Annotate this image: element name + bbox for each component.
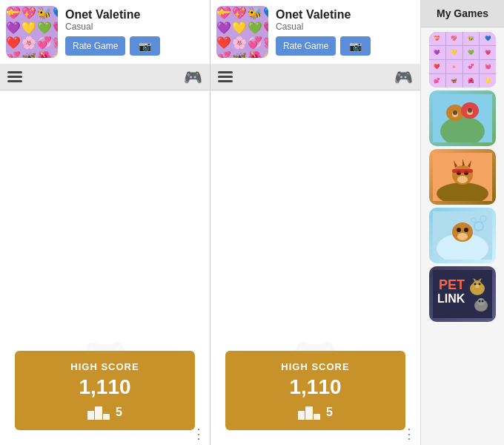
svg-point-38 [477,298,485,306]
svg-point-11 [457,176,468,183]
svg-point-33 [479,283,481,286]
svg-point-23 [464,228,468,232]
svg-point-40 [482,300,484,303]
game-content-left: 🎮 HIGH SCORE 1,110 5 ⋮ [0,90,210,445]
sidebar-game-monkey2[interactable] [429,149,496,205]
hamburger-icon-left[interactable] [7,71,22,82]
sidebar-game-monkey1[interactable] [429,90,496,146]
score-panel-right: HIGH SCORE 1,110 5 [225,351,405,430]
game-header-left: 💝💖🐝💙💜💛💚💗❤️🌸💞💓💕🦋🌺🌟 Onet Valetine Casual R… [0,0,210,64]
high-score-label-left: HIGH SCORE [25,361,185,372]
rank-row-left: 5 [25,405,185,420]
sidebar: My Games 💝💖🐝💙💜💛💚💗❤️🌸💞💓💕🦋🌺🌟 [420,0,504,445]
game-icon-left[interactable]: 💝💖🐝💙💜💛💚💗❤️🌸💞💓💕🦋🌺🌟 [6,6,58,58]
game-header-right: 💝💖🐝💙💜💛💚💗❤️🌸💞💓💕🦋🌺🌟 Onet Valetine Casual R… [210,0,420,64]
svg-rect-17 [452,169,473,173]
gamepad-icon-left[interactable]: 🎮 [184,68,202,86]
rank-value-left: 5 [116,406,122,419]
monkey2-thumb [429,149,496,205]
svg-text:LINK: LINK [437,292,465,305]
svg-point-34 [475,285,480,288]
toolbar-right: 🎮 [210,64,420,90]
podium-icon-right [298,405,320,420]
game-genre-right: Casual [276,22,414,32]
sidebar-game-petlink[interactable]: PET LINK [429,266,496,322]
game-buttons-left: Rate Game 📷 [65,36,204,56]
game-panel-left: 💝💖🐝💙💜💛💚💗❤️🌸💞💓💕🦋🌺🌟 Onet Valetine Casual R… [0,0,210,445]
score-panel-left: HIGH SCORE 1,110 5 [15,351,195,430]
sidebar-game-onet[interactable]: 💝💖🐝💙💜💛💚💗❤️🌸💞💓💕🦋🌺🌟 [429,32,496,88]
toolbar-left: 🎮 [0,64,210,90]
game-title-right: Onet Valetine [276,8,414,22]
game-genre-left: Casual [65,22,204,32]
main-area: 💝💖🐝💙💜💛💚💗❤️🌸💞💓💕🦋🌺🌟 Onet Valetine Casual R… [0,0,420,445]
monkey3-thumb [429,208,496,263]
game-content-right: 🎮 HIGH SCORE 1,110 5 ⋮ [210,90,420,445]
three-dots-left[interactable]: ⋮ [192,426,205,442]
rank-row-right: 5 [236,405,395,420]
svg-point-22 [457,228,461,232]
high-score-value-left: 1,110 [25,375,185,399]
screenshot-button-right[interactable]: 📷 [340,36,371,56]
game-icon-right[interactable]: 💝💖🐝💙💜💛💚💗❤️🌸💞💓💕🦋🌺🌟 [216,6,268,58]
svg-text:PET: PET [439,277,465,292]
svg-point-21 [457,233,468,240]
three-dots-right[interactable]: ⋮ [402,426,416,442]
rank-value-right: 5 [326,406,333,419]
hamburger-icon-right[interactable] [218,71,233,82]
sidebar-header: My Games [421,0,504,27]
game-info-right: Onet Valetine Casual Rate Game 📷 [276,8,414,56]
svg-point-7 [468,108,472,113]
high-score-label-right: HIGH SCORE [236,361,395,372]
screenshot-button-left[interactable]: 📷 [130,36,160,56]
game-title-left: Onet Valetine [65,8,204,22]
high-score-value-right: 1,110 [236,375,395,399]
rate-game-button-right[interactable]: Rate Game [276,36,336,56]
petlink-thumb: PET LINK [429,266,496,322]
game-info-left: Onet Valetine Casual Rate Game 📷 [65,8,204,56]
game-buttons-right: Rate Game 📷 [276,36,414,56]
podium-icon-left [87,405,110,420]
sidebar-game-monkey3[interactable] [429,208,496,263]
gamepad-icon-right[interactable]: 🎮 [394,68,413,86]
monkey1-thumb [429,90,496,146]
rate-game-button-left[interactable]: Rate Game [65,36,125,56]
sidebar-games: 💝💖🐝💙💜💛💚💗❤️🌸💞💓💕🦋🌺🌟 [421,27,504,445]
svg-point-6 [453,111,457,115]
svg-point-39 [479,300,481,303]
svg-point-32 [474,283,477,286]
game-panel-right: 💝💖🐝💙💜💛💚💗❤️🌸💞💓💕🦋🌺🌟 Onet Valetine Casual R… [210,0,420,445]
